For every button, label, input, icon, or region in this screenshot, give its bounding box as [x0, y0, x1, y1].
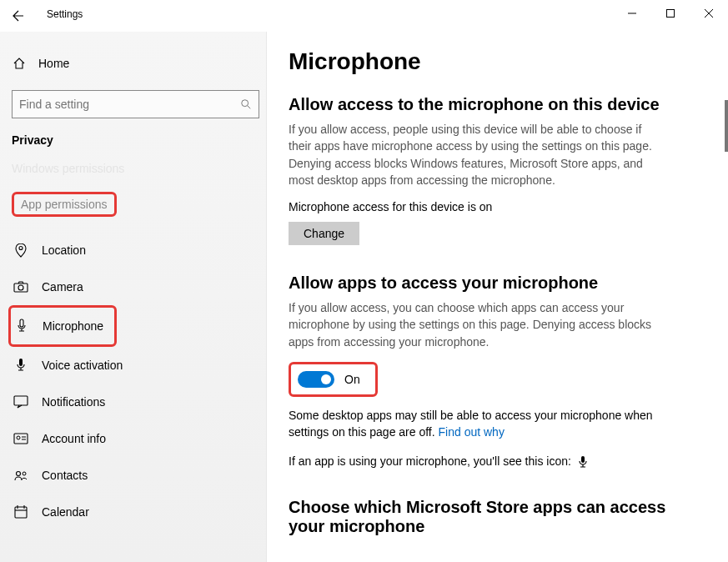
calendar-icon: [12, 505, 30, 519]
section-allow-apps-body: If you allow access, you can choose whic…: [289, 299, 655, 350]
page-title: Microphone: [289, 48, 688, 75]
desktop-apps-note: Some desktop apps may still be able to a…: [289, 407, 655, 441]
search-input[interactable]: [12, 90, 259, 118]
svg-rect-18: [15, 507, 27, 518]
svg-point-8: [18, 285, 23, 290]
search-icon: [240, 98, 252, 110]
home-label: Home: [38, 57, 69, 70]
svg-rect-22: [581, 456, 585, 463]
sidebar-item-calendar[interactable]: Calendar: [10, 494, 259, 530]
sidebar-item-location[interactable]: Location: [10, 232, 259, 268]
usage-note-text: If an app is using your microphone, you'…: [289, 454, 571, 468]
sidebar-item-label: Calendar: [42, 505, 89, 519]
location-icon: [12, 243, 30, 258]
section-allow-apps-title: Allow apps to access your microphone: [289, 273, 688, 293]
voice-activation-icon: [12, 358, 30, 373]
microphone-icon: [13, 319, 31, 334]
svg-line-5: [248, 106, 251, 109]
toggle-highlight: On: [289, 362, 378, 397]
allow-apps-toggle[interactable]: [298, 371, 334, 388]
svg-rect-12: [14, 434, 28, 444]
toggle-state-label: On: [344, 373, 360, 386]
svg-rect-10: [19, 359, 23, 366]
usage-note: If an app is using your microphone, you'…: [289, 453, 655, 469]
camera-icon: [12, 281, 30, 293]
window-title: Settings: [47, 8, 83, 20]
window-controls: [613, 0, 728, 27]
svg-rect-1: [667, 10, 675, 18]
sidebar-item-account-info[interactable]: Account info: [10, 420, 259, 457]
sidebar-item-label: Location: [42, 243, 86, 257]
maximize-button[interactable]: [651, 0, 690, 27]
close-icon: [705, 9, 713, 18]
microphone-status-icon: [578, 455, 588, 469]
sidebar: Home Privacy Windows permissions App per…: [0, 32, 267, 562]
svg-rect-9: [20, 319, 23, 327]
home-link[interactable]: Home: [12, 52, 259, 75]
svg-point-16: [17, 472, 21, 476]
toggle-knob: [321, 374, 331, 384]
sidebar-item-contacts[interactable]: Contacts: [10, 457, 259, 494]
minimize-icon: [628, 9, 636, 18]
section-allow-device-title: Allow access to the microphone on this d…: [289, 95, 688, 114]
sidebar-item-label: Account info: [42, 432, 106, 445]
sidebar-item-label: Microphone: [43, 319, 103, 333]
svg-point-4: [242, 100, 249, 107]
access-status: Microphone access for this device is on: [289, 200, 688, 213]
scrollbar[interactable]: [725, 100, 728, 152]
back-arrow-icon: [12, 9, 25, 23]
titlebar: Settings: [0, 0, 728, 32]
search-field[interactable]: [19, 98, 240, 111]
sidebar-item-label: Contacts: [42, 469, 88, 482]
app-permissions-label: App permissions: [21, 198, 108, 211]
microphone-nav-highlight: Microphone: [8, 305, 117, 347]
content-area: Microphone Allow access to the microphon…: [267, 32, 728, 562]
sidebar-item-microphone[interactable]: Microphone: [11, 308, 111, 344]
sidebar-item-label: Camera: [42, 280, 83, 294]
account-info-icon: [12, 433, 30, 444]
change-button[interactable]: Change: [289, 222, 359, 245]
close-button[interactable]: [690, 0, 728, 27]
svg-point-13: [17, 436, 20, 439]
notifications-icon: [12, 395, 30, 409]
sidebar-item-label: Notifications: [42, 395, 105, 409]
app-permissions-highlight: App permissions: [12, 192, 117, 217]
back-button[interactable]: [0, 0, 37, 32]
contacts-icon: [12, 469, 30, 481]
svg-point-17: [23, 472, 26, 475]
sidebar-item-label: Voice activation: [42, 359, 123, 372]
home-icon: [12, 57, 27, 70]
section-store-apps-title: Choose which Microsoft Store apps can ac…: [289, 498, 688, 536]
privacy-section-label: Privacy: [12, 133, 259, 147]
sidebar-item-voice-activation[interactable]: Voice activation: [10, 347, 259, 384]
svg-point-6: [19, 247, 23, 250]
maximize-icon: [666, 9, 675, 18]
svg-rect-11: [14, 396, 28, 405]
sidebar-item-notifications[interactable]: Notifications: [10, 384, 259, 420]
find-out-why-link[interactable]: Find out why: [439, 425, 505, 439]
sidebar-item-camera[interactable]: Camera: [10, 268, 259, 305]
section-allow-device-body: If you allow access, people using this d…: [289, 121, 655, 188]
minimize-button[interactable]: [613, 0, 651, 27]
windows-permissions-label: Windows permissions: [12, 162, 259, 175]
